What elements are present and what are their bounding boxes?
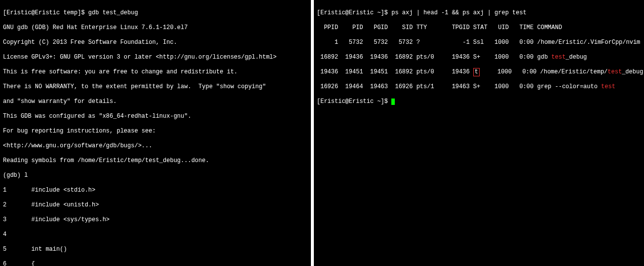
right-terminal[interactable]: [Eristic@Eristic ~]$ ps axj | head -1 &&…: [314, 0, 644, 266]
src-line: 4: [3, 231, 308, 238]
gdb-banner: GNU gdb (GDB) Red Hat Enterprise Linux 7…: [3, 24, 308, 32]
src-line: 5 int main(): [3, 246, 308, 253]
gdb-banner: <http://www.gnu.org/software/gdb/bugs/>.…: [3, 142, 308, 150]
left-terminal[interactable]: [Eristic@Eristic temp]$ gdb test_debug G…: [0, 0, 311, 266]
src-line: 2 #include <unistd.h>: [3, 201, 308, 209]
src-line: 3 #include <sys/types.h>: [3, 216, 308, 224]
gdb-cmd-list: (gdb) l: [3, 172, 308, 179]
ps-row: 16926 19464 19463 16926 pts/1 19463 S+ 1…: [317, 83, 641, 91]
shell-prompt: [Eristic@Eristic temp]$ gdb test_debug: [3, 9, 308, 17]
ps-row: 1 5732 5732 5732 ? -1 Ssl 1000 0:00 /hom…: [317, 39, 641, 46]
src-line: 6 {: [3, 261, 308, 266]
ps-row: 16892 19436 19436 16892 pts/0 19436 S+ 1…: [317, 54, 641, 61]
gdb-banner: This is free software: you are free to c…: [3, 68, 308, 76]
gdb-banner: There is NO WARRANTY, to the extent perm…: [3, 83, 308, 91]
match-highlight: test: [551, 54, 566, 61]
stat-highlight-box: t: [473, 68, 480, 76]
gdb-banner: This GDB was configured as "x86_64-redha…: [3, 113, 308, 120]
match-highlight: test: [601, 83, 615, 90]
gdb-banner: License GPLv3+: GNU GPL version 3 or lat…: [3, 54, 308, 61]
gdb-banner: For bug reporting instructions, please s…: [3, 128, 308, 135]
shell-prompt[interactable]: [Eristic@Eristic ~]$: [317, 98, 641, 105]
cursor-icon: [391, 99, 395, 105]
ps-row: 19436 19451 19451 16892 pts/0 19436 t 10…: [317, 68, 641, 76]
gdb-banner: and "show warranty" for details.: [3, 98, 308, 105]
gdb-banner: Copyright (C) 2013 Free Software Foundat…: [3, 39, 308, 46]
ps-header: PPID PID PGID SID TTY TPGID STAT UID TIM…: [317, 24, 641, 32]
src-line: 1 #include <stdio.h>: [3, 187, 308, 194]
shell-prompt-text: [Eristic@Eristic ~]$: [317, 98, 391, 105]
shell-cmd-ps: [Eristic@Eristic ~]$ ps axj | head -1 &&…: [317, 9, 641, 17]
gdb-banner: Reading symbols from /home/Eristic/temp/…: [3, 157, 308, 165]
match-highlight: test: [607, 68, 622, 75]
